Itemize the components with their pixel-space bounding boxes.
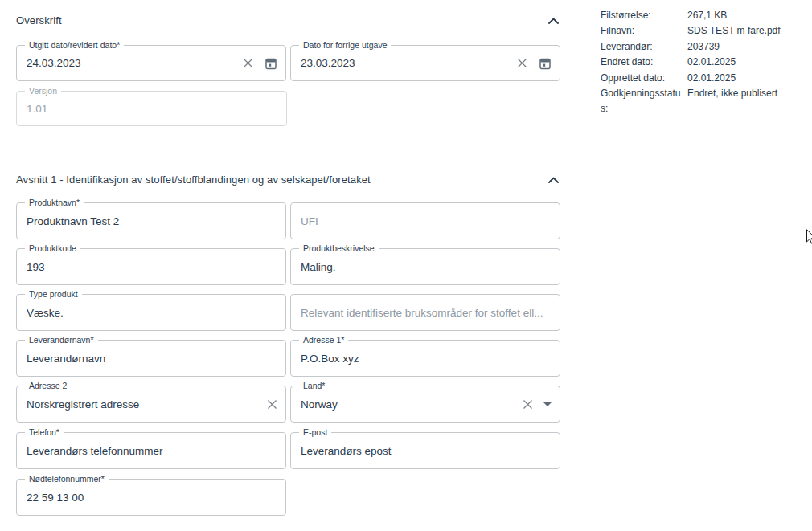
field-icons	[243, 46, 277, 80]
field-label: Utgitt dato/revidert dato*	[25, 40, 124, 50]
field-label: Land*	[299, 381, 329, 390]
info-label: Filnavn:	[601, 23, 687, 39]
clear-icon[interactable]	[523, 399, 533, 410]
field-label: Produktkode	[25, 243, 80, 253]
field-label: Telefon*	[25, 427, 64, 437]
type-produkt-input[interactable]	[17, 295, 285, 330]
field-icons	[523, 386, 552, 422]
field-utgitt-dato: Utgitt dato/revidert dato*	[16, 45, 286, 81]
field-label: Leverandørnavn*	[25, 335, 98, 345]
mouse-cursor	[806, 229, 812, 248]
field-label: Dato for forrige utgave	[299, 40, 391, 50]
field-adresse1: Adresse 1*	[290, 340, 560, 377]
field-label: Produktnavn*	[25, 198, 84, 207]
info-label: Filstørrelse:	[601, 8, 687, 23]
collapse-avsnitt1-button[interactable]	[547, 172, 560, 187]
adresse2-input[interactable]	[17, 386, 285, 422]
versjon-input	[17, 92, 286, 125]
clear-icon[interactable]	[517, 58, 527, 68]
info-label: Godkjenningsstatus:	[601, 86, 687, 117]
produktbeskrivelse-input[interactable]	[291, 249, 560, 284]
caret-down-icon[interactable]	[543, 402, 552, 406]
produktkode-input[interactable]	[17, 249, 285, 284]
section-title-overskrift: Overskrift	[16, 14, 62, 27]
chevron-up-icon	[548, 174, 559, 186]
info-row-opprettet-dato: Opprettet dato: 02.01.2025	[601, 71, 806, 86]
clear-icon[interactable]	[243, 58, 253, 68]
produktnavn-input[interactable]	[17, 203, 285, 239]
bruksomrader-input[interactable]	[291, 295, 560, 330]
info-value: 02.01.2025	[687, 71, 736, 86]
section-header-overskrift: Overskrift	[16, 13, 560, 28]
section-title-avsnitt1: Avsnitt 1 - Identifikasjon av stoffet/st…	[16, 174, 371, 186]
field-epost: E-post	[290, 432, 560, 469]
chevron-up-icon	[548, 14, 559, 27]
nodtelefonnummer-input[interactable]	[17, 480, 285, 515]
field-label: Nødtelefonnummer*	[25, 474, 109, 484]
field-label: Versjon	[25, 86, 61, 96]
calendar-icon[interactable]	[265, 57, 277, 70]
info-label: Opprettet dato:	[601, 71, 687, 86]
field-dato-forrige-utgave: Dato for forrige utgave	[290, 45, 560, 81]
field-label: Produktbeskrivelse	[299, 243, 379, 253]
section-header-avsnitt1: Avsnitt 1 - Identifikasjon av stoffet/st…	[16, 172, 560, 187]
info-row-leverandor: Leverandør: 203739	[601, 39, 806, 55]
field-ufi	[290, 202, 560, 239]
field-adresse2: Adresse 2	[16, 386, 286, 423]
field-telefon: Telefon*	[16, 432, 286, 469]
ufi-input[interactable]	[291, 203, 560, 239]
field-versjon: Versjon	[16, 91, 287, 126]
file-info-panel: Filstørrelse: 267,1 KB Filnavn: SDS TEST…	[601, 8, 806, 117]
field-bruksomrader	[290, 294, 560, 331]
epost-input[interactable]	[291, 433, 560, 468]
info-row-filnavn: Filnavn: SDS TEST m fare.pdf	[601, 23, 806, 39]
field-nodtelefonnummer: Nødtelefonnummer*	[16, 479, 286, 516]
telefon-input[interactable]	[17, 433, 285, 468]
info-label: Leverandør:	[601, 39, 687, 55]
info-value: 203739	[687, 39, 720, 55]
field-icons	[517, 46, 552, 80]
field-produktnavn: Produktnavn*	[16, 202, 286, 239]
info-row-endret-dato: Endret dato: 02.01.2025	[601, 55, 806, 70]
field-produktkode: Produktkode	[16, 248, 286, 285]
field-label: E-post	[299, 427, 331, 437]
field-produktbeskrivelse: Produktbeskrivelse	[290, 248, 560, 285]
field-icons	[267, 386, 277, 422]
field-label: Adresse 2	[25, 381, 71, 390]
land-select-input[interactable]	[291, 386, 560, 422]
clear-icon[interactable]	[267, 399, 277, 410]
field-land: Land*	[290, 386, 560, 423]
calendar-icon[interactable]	[539, 57, 552, 70]
collapse-overskrift-button[interactable]	[547, 13, 560, 28]
leverandornavn-input[interactable]	[17, 341, 285, 376]
adresse1-input[interactable]	[291, 341, 560, 376]
field-label: Type produkt	[25, 289, 82, 299]
info-label: Endret dato:	[601, 55, 687, 70]
info-value: Endret, ikke publisert	[687, 86, 777, 117]
info-value: 02.01.2025	[687, 55, 736, 70]
info-value: SDS TEST m fare.pdf	[687, 23, 781, 39]
info-value: 267,1 KB	[687, 8, 727, 23]
section-divider	[0, 153, 574, 153]
sds-editor-page: Overskrift Utgitt dato/revidert dato* Da…	[0, 0, 812, 531]
field-type-produkt: Type produkt	[16, 294, 286, 331]
info-row-godkjenningsstatus: Godkjenningsstatus: Endret, ikke publise…	[601, 86, 806, 117]
field-label: Adresse 1*	[299, 335, 348, 345]
info-row-filstorrelse: Filstørrelse: 267,1 KB	[601, 8, 806, 23]
field-leverandornavn: Leverandørnavn*	[16, 340, 286, 377]
